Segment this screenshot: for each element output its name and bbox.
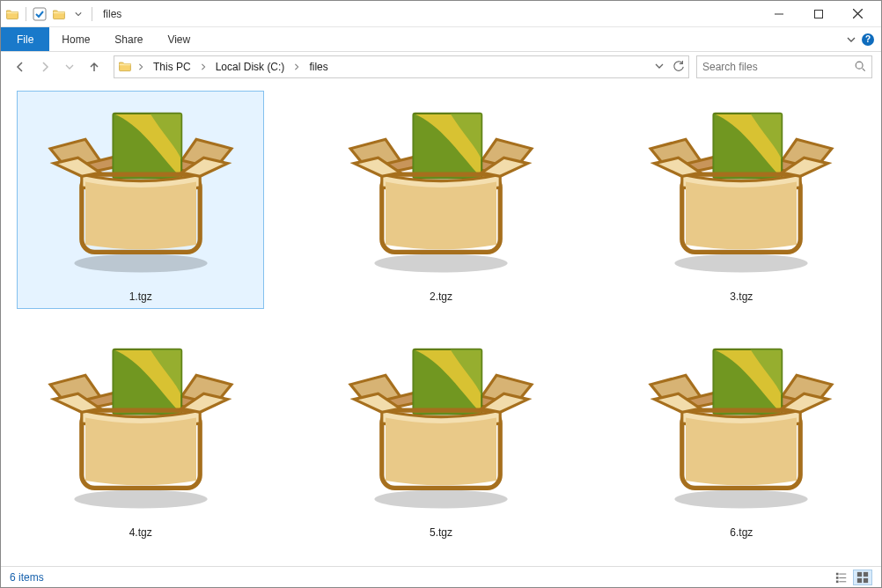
- chevron-right-icon[interactable]: [136, 61, 146, 73]
- thumbnails-view-button[interactable]: [853, 570, 872, 585]
- folder-small-icon: [118, 59, 132, 76]
- chevron-right-icon[interactable]: [291, 61, 302, 73]
- file-label: 2.tgz: [430, 290, 452, 303]
- window-title: files: [103, 8, 121, 20]
- archive-icon: [644, 333, 838, 518]
- status-bar: 6 items: [1, 566, 881, 587]
- search-icon[interactable]: [854, 60, 866, 75]
- help-icon[interactable]: ?: [862, 33, 874, 46]
- search-box[interactable]: [696, 55, 872, 78]
- svg-rect-16: [814, 10, 822, 18]
- properties-qat-icon[interactable]: [32, 6, 48, 22]
- separator: [92, 7, 92, 21]
- file-label: 4.tgz: [129, 526, 152, 539]
- archive-icon: [344, 333, 538, 518]
- breadcrumb-seg-folder[interactable]: files: [305, 59, 331, 75]
- ribbon-tab-home[interactable]: Home: [49, 27, 102, 51]
- nav-row: This PC Local Disk (C:) files: [1, 52, 881, 82]
- qat-customize-dropdown[interactable]: [70, 6, 86, 22]
- file-label: 5.tgz: [430, 526, 452, 539]
- file-item[interactable]: 1.tgz: [17, 91, 264, 309]
- file-label: 6.tgz: [730, 526, 753, 539]
- breadcrumb-seg-drive[interactable]: Local Disk (C:): [212, 59, 289, 75]
- ribbon-tab-share[interactable]: Share: [102, 27, 155, 51]
- archive-icon: [644, 97, 838, 282]
- titlebar: files: [1, 1, 881, 27]
- nav-forward-button[interactable]: [38, 60, 52, 74]
- folder-small-icon: [4, 6, 20, 22]
- chevron-right-icon[interactable]: [198, 61, 209, 73]
- archive-icon: [344, 97, 538, 282]
- close-button[interactable]: [838, 1, 878, 27]
- file-pane[interactable]: 1.tgz 2.tgz 3.tgz 4.tgz 5.tgz 6.tgz: [1, 82, 881, 566]
- folder-qat-icon[interactable]: [51, 6, 67, 22]
- file-item[interactable]: 4.tgz: [17, 327, 264, 545]
- ribbon-tabs: File Home Share View ?: [1, 27, 881, 52]
- file-item[interactable]: 2.tgz: [317, 91, 564, 309]
- nav-recent-dropdown[interactable]: [62, 60, 77, 74]
- ribbon-tab-view[interactable]: View: [155, 27, 202, 51]
- nav-up-button[interactable]: [87, 60, 101, 74]
- file-item[interactable]: 3.tgz: [618, 91, 865, 309]
- ribbon-tab-file[interactable]: File: [1, 27, 49, 51]
- status-item-count: 6 items: [10, 571, 44, 584]
- address-bar[interactable]: This PC Local Disk (C:) files: [114, 55, 689, 78]
- refresh-button[interactable]: [673, 60, 685, 75]
- file-item[interactable]: 5.tgz: [317, 327, 564, 545]
- minimize-button[interactable]: [759, 1, 798, 27]
- file-label: 3.tgz: [730, 290, 753, 303]
- search-input[interactable]: [702, 61, 854, 73]
- address-history-dropdown[interactable]: [655, 61, 664, 73]
- breadcrumb-seg-this-pc[interactable]: This PC: [150, 59, 195, 75]
- file-label: 1.tgz: [129, 290, 152, 303]
- archive-icon: [44, 97, 238, 282]
- maximize-button[interactable]: [798, 1, 838, 27]
- separator: [26, 7, 26, 21]
- nav-back-button[interactable]: [13, 60, 27, 74]
- ribbon-toggle-icon[interactable]: [846, 34, 856, 45]
- file-item[interactable]: 6.tgz: [618, 327, 865, 545]
- archive-icon: [44, 333, 238, 518]
- details-view-button[interactable]: [832, 570, 851, 585]
